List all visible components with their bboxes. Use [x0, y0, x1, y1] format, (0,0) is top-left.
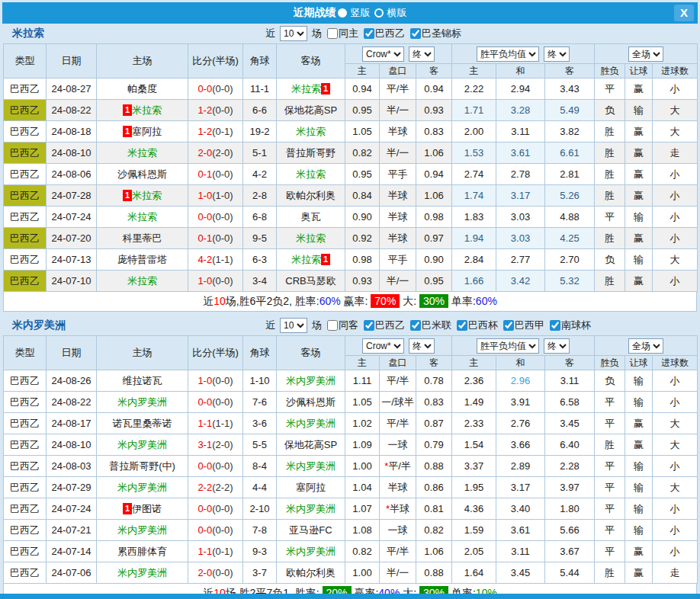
handicap-cell: 平/半: [380, 370, 416, 392]
league-checkbox[interactable]: [364, 28, 374, 39]
avg-odds-cell: 1.66: [452, 271, 496, 292]
avg-odds-cell: 2.00: [452, 121, 496, 143]
table-row: 巴西乙24-07-13庞特普雷塔4-2(1-1)6-3米拉索10.98平手0.9…: [4, 249, 698, 271]
avg-odds-cell: 5.49: [545, 100, 595, 121]
league-checkbox[interactable]: [457, 320, 467, 331]
horizontal-layout-radio[interactable]: [374, 8, 384, 18]
league-checkbox[interactable]: [364, 320, 374, 331]
bookmaker-select[interactable]: Crow*: [362, 46, 404, 62]
games-count-select[interactable]: 10: [280, 318, 307, 333]
odds-home-cell: 1.02: [345, 413, 380, 434]
league-filter[interactable]: 巴米联: [410, 319, 451, 332]
date-cell: 24-07-28: [47, 185, 97, 207]
score-cell: 2-0(0-0): [188, 562, 243, 584]
result-cell: 负: [595, 100, 625, 121]
summary-segment: 单率:: [448, 295, 476, 307]
avg-odds-cell: 3.42: [496, 271, 545, 292]
date-cell: 24-08-10: [47, 434, 97, 456]
near-label: 近: [265, 319, 275, 332]
table-row: 巴西乙24-07-14累西腓体育1-1(0-1)9-3米内罗美洲0.82平/半1…: [4, 541, 698, 562]
corner-cell: 4-2: [243, 164, 277, 185]
avg-odds-cell: 3.11: [496, 121, 545, 143]
same-venue-filter[interactable]: 同客: [327, 319, 358, 332]
league-checkbox[interactable]: [503, 320, 514, 331]
horizontal-layout-label[interactable]: 横版: [387, 6, 407, 20]
avg-odds-cell: 3.11: [496, 541, 545, 562]
corner-cell: 6-8: [243, 207, 277, 228]
games-count-select[interactable]: 10: [280, 26, 307, 41]
avg-odds-cell: 2.81: [545, 164, 595, 185]
league-filter[interactable]: 巴西甲: [503, 319, 544, 332]
avg-odds-cell: 3.91: [496, 392, 545, 413]
team-label: 米拉索: [127, 211, 157, 223]
odds-home-cell: 0.94: [345, 78, 380, 100]
bookmaker-select[interactable]: Crow*: [362, 338, 404, 354]
odds-time-select[interactable]: 终: [409, 46, 435, 62]
scope-select[interactable]: 全场: [628, 46, 663, 62]
score-cell: 0-1(0-0): [188, 228, 243, 249]
vertical-layout-radio[interactable]: [338, 8, 347, 18]
corner-cell: 9-5: [243, 228, 277, 249]
avg-odds-cell: 1.64: [452, 562, 496, 584]
score-cell: 0-0(0-0): [188, 520, 243, 541]
league-checkbox[interactable]: [410, 28, 421, 39]
close-icon[interactable]: X: [674, 5, 694, 21]
avg-odds-cell: 2.74: [452, 164, 496, 185]
result-cell: 胜: [595, 228, 625, 249]
away-team-cell: 米内罗美洲: [277, 541, 345, 562]
corner-cell: 2-10: [243, 498, 277, 520]
odds-away-cell: 0.81: [416, 498, 452, 520]
same-venue-checkbox[interactable]: [327, 28, 338, 39]
window-title: 近期战绩: [294, 6, 336, 20]
result-cell: 小: [653, 541, 698, 562]
odds-time-select[interactable]: 终: [409, 338, 435, 354]
league-checkbox[interactable]: [410, 320, 421, 331]
score-cell: 1-2(0-1): [188, 121, 243, 143]
avg-odds-select[interactable]: 胜平负均值: [477, 338, 539, 354]
home-team-cell: 普拉斯哥野(中): [97, 456, 188, 477]
avg-odds-cell: 3.03: [496, 228, 545, 249]
team-label: 米拉索: [132, 190, 162, 201]
league-filter[interactable]: 南球杯: [550, 319, 591, 332]
col-header-corner: 角球: [243, 336, 277, 370]
avg-odds-cell: 3.61: [496, 143, 545, 164]
avg-time-select[interactable]: 终: [544, 46, 570, 62]
vertical-layout-label[interactable]: 竖版: [351, 6, 371, 20]
result-cell: 胜: [595, 434, 625, 456]
avg-odds-select[interactable]: 胜平负均值: [477, 46, 539, 62]
odds-home-cell: 1.05: [345, 392, 380, 413]
avg-odds-cell: 6.58: [545, 392, 595, 413]
avg-time-select[interactable]: 终: [544, 338, 570, 354]
corner-cell: 4-4: [243, 477, 277, 498]
league-cell: 巴西乙: [4, 498, 47, 520]
handicap-cell: 半球: [380, 207, 416, 228]
table-row: 巴西乙24-08-10米拉索2-0(2-0)5-1普拉斯哥野0.82半/一1.0…: [4, 143, 698, 164]
date-cell: 24-07-21: [47, 520, 97, 541]
sub-header-result: 胜负: [595, 64, 625, 78]
corner-cell: 7-6: [243, 392, 277, 413]
same-venue-filter[interactable]: 同主: [327, 27, 358, 40]
avg-odds-cell: 4.36: [452, 498, 496, 520]
away-team-cell: 欧帕尔利奥: [277, 562, 345, 584]
avg-odds-cell: 1.71: [452, 100, 496, 121]
home-team-cell: 米拉索: [97, 207, 188, 228]
league-filter[interactable]: 巴圣锦标: [410, 27, 461, 40]
league-cell: 巴西乙: [4, 271, 47, 292]
home-team-cell: 1塞阿拉: [97, 121, 188, 143]
league-filter[interactable]: 巴西乙: [364, 27, 405, 40]
result-cell: 小: [653, 392, 698, 413]
home-team-cell: 累西腓体育: [97, 541, 188, 562]
league-checkbox[interactable]: [550, 320, 560, 331]
avg-odds-cell: 2.05: [452, 541, 496, 562]
odds-home-cell: 1.08: [345, 520, 380, 541]
league-filter[interactable]: 巴西杯: [457, 319, 498, 332]
same-venue-checkbox[interactable]: [327, 320, 338, 331]
result-cell: 赢: [625, 185, 653, 207]
league-cell: 巴西乙: [4, 185, 47, 207]
result-cell: 走: [653, 143, 698, 164]
handicap-cell: 半球: [380, 185, 416, 207]
league-filter[interactable]: 巴西乙: [364, 319, 405, 332]
away-team-cell: 普拉斯哥野: [277, 143, 345, 164]
result-cell: 小: [653, 370, 698, 392]
scope-select[interactable]: 全场: [628, 338, 663, 354]
